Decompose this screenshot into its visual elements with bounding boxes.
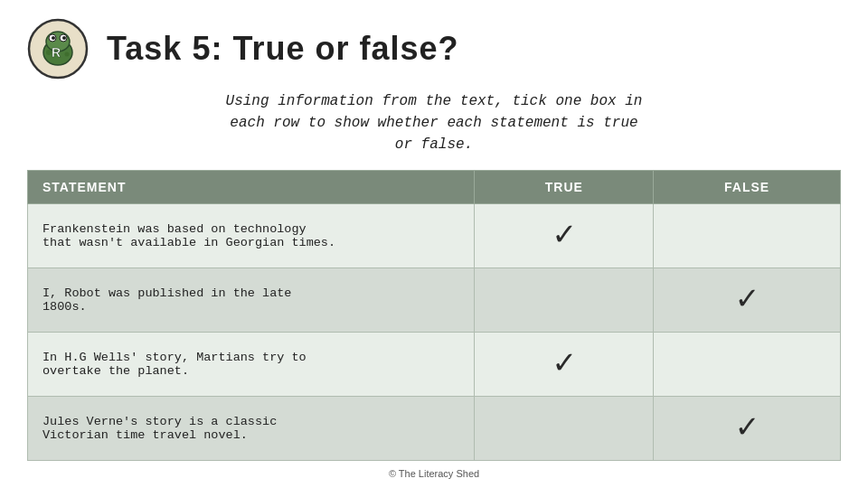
col-header-true: TRUE xyxy=(475,171,654,204)
intro-line3: or false. xyxy=(395,136,473,153)
false-cell: ✓ xyxy=(654,268,841,333)
true-cell: ✓ xyxy=(475,204,654,268)
svg-point-5 xyxy=(52,36,55,40)
main-table: STATEMENT TRUE FALSE Frankenstein was ba… xyxy=(27,170,841,461)
intro-text: Using information from the text, tick on… xyxy=(27,90,841,155)
statement-cell: In H.G Wells' story, Martians try toover… xyxy=(28,333,475,397)
col-header-statement: STATEMENT xyxy=(28,171,475,204)
checkmark-icon: ✓ xyxy=(737,283,758,317)
logo: R xyxy=(27,18,89,80)
checkmark-icon: ✓ xyxy=(553,347,574,381)
true-cell xyxy=(475,397,654,461)
intro-line1: Using information from the text, tick on… xyxy=(226,93,643,109)
table-header-row: STATEMENT TRUE FALSE xyxy=(28,171,841,204)
footer: © The Literacy Shed xyxy=(27,468,841,479)
table-row: Jules Verne's story is a classicVictoria… xyxy=(28,397,841,461)
table-row: Frankenstein was based on technologythat… xyxy=(28,204,841,268)
svg-text:R: R xyxy=(52,45,61,60)
checkmark-icon: ✓ xyxy=(553,219,574,253)
intro-line2: each row to show whether each statement … xyxy=(230,115,637,131)
svg-point-6 xyxy=(62,36,66,40)
svg-point-9 xyxy=(65,52,70,57)
col-header-false: FALSE xyxy=(654,171,841,204)
false-cell xyxy=(654,333,841,397)
header: R Task 5: True or false? xyxy=(27,18,841,80)
checkmark-icon: ✓ xyxy=(737,411,758,446)
statement-cell: I, Robot was published in the late1800s. xyxy=(28,268,475,333)
statement-cell: Jules Verne's story is a classicVictoria… xyxy=(28,397,475,461)
true-cell: ✓ xyxy=(475,333,654,397)
true-cell xyxy=(475,268,654,333)
statement-cell: Frankenstein was based on technologythat… xyxy=(28,204,475,268)
false-cell: ✓ xyxy=(654,397,841,461)
false-cell xyxy=(654,204,841,268)
table-row: I, Robot was published in the late1800s.… xyxy=(28,268,841,333)
table-row: In H.G Wells' story, Martians try toover… xyxy=(28,333,841,397)
page-title: Task 5: True or false? xyxy=(107,30,458,68)
svg-point-8 xyxy=(46,50,52,55)
footer-text: © The Literacy Shed xyxy=(389,468,479,479)
page: R Task 5: True or false? Using informati… xyxy=(0,0,868,488)
